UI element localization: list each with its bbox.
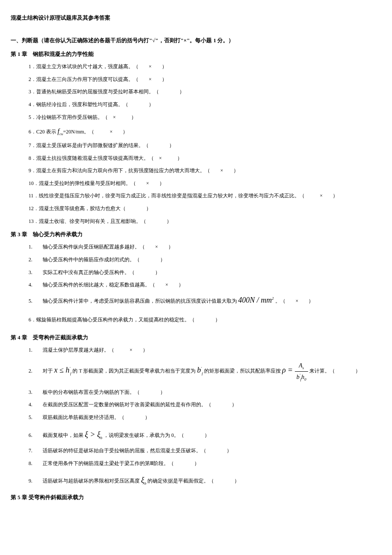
ch3-q2: 2. 轴心受压构件中的箍筋应作成封闭式的。（ ） xyxy=(11,255,381,265)
ch1-q6-post: =20N/mm。（ × ） xyxy=(63,129,128,135)
ch4-q5: 5. 双筋截面比单筋截面更经济适用。（ ） xyxy=(11,413,381,422)
ch1-q4: 4．钢筋经冷拉后，强度和塑性均可提高。（ ） xyxy=(11,100,381,110)
ch4-q2-post: 来计算。（ ） xyxy=(308,368,360,374)
ch1-q6-fcu: fcu xyxy=(58,127,63,135)
ch1-q13: 13．混凝土收缩、徐变与时间有关，且互相影响。（ ） xyxy=(11,217,381,226)
ch4-q2: 2. 对于 x ≤ h'f 的 T 形截面梁，因为其正截面受弯承载力相当于宽度为… xyxy=(11,360,381,383)
ch4-q6-post: ，说明梁发生破坏，承载力为 0。（ ） xyxy=(102,432,210,438)
chapter-5-title: 第 5 章 受弯构件斜截面承载力 xyxy=(11,492,381,502)
ch4-q9-xib: ξb xyxy=(141,476,146,484)
ch4-q9-post: 的确定依据是平截面假定。（ ） xyxy=(146,478,239,484)
ch1-q3: 3．普通热轧钢筋受压时的屈服强度与受拉时基本相同。（ ） xyxy=(11,87,381,97)
section-title: 一、判断题（请在你认为正确陈述的各题干后的括号内打"√"，否则打"×"。每小题 … xyxy=(11,35,381,45)
ch1-q9: 9．混凝土在剪应力和法向应力双向作用下，抗剪强度随拉应力的增大而增大。（ × ） xyxy=(11,166,381,176)
ch1-q1: 1．混凝土立方体试块的尺寸越大，强度越高。（ × ） xyxy=(11,62,381,72)
ch1-q6: 6．C20 表示 fcu=20N/mm。（ × ） xyxy=(11,125,381,138)
ch4-q3: 3. 板中的分布钢筋布置在受力钢筋的下面。（ ） xyxy=(11,388,381,397)
ch4-q2-mid2: 的矩形截面梁，所以其配筋率应按 xyxy=(203,368,282,374)
chapter-1-title: 第 1 章 钢筋和混凝土的力学性能 xyxy=(11,49,381,59)
ch4-q2-mid1: 的 T 形截面梁，因为其正截面受弯承载力相当于宽度为 xyxy=(71,368,197,374)
ch3-q1: 1. 轴心受压构件纵向受压钢筋配置越多越好。（ × ） xyxy=(11,243,381,252)
ch1-q7: 7．混凝土受压破坏是由于内部微裂缝扩展的结果。（ ） xyxy=(11,141,381,150)
ch3-q4: 4. 轴心受压构件的长细比越大，稳定系数值越高。（ × ） xyxy=(11,280,381,290)
ch4-q2-rho: ρ = xyxy=(282,366,295,374)
ch4-q2-ineq: x ≤ h'f xyxy=(54,366,71,374)
ch4-q4: 4. 在截面的受压区配置一定数量的钢筋对于改善梁截面的延性是有作用的。（ ） xyxy=(11,400,381,410)
ch1-q2: 2．混凝土在三向压力作用下的强度可以提高。（ × ） xyxy=(11,75,381,84)
ch3-q6: 6．螺旋箍筋柱既能提高轴心受压构件的承载力，又能提高柱的稳定性。（ ） xyxy=(11,315,381,325)
ch4-q2-fraction: Asb'fh0 xyxy=(295,360,308,383)
ch3-q5-pre: 5. 轴心受压构件计算中，考虑受压时纵筋容易压曲，所以钢筋的抗压强度设计值最大取… xyxy=(29,298,238,304)
document-title: 混凝土结构设计原理试题库及其参考答案 xyxy=(11,13,381,23)
ch1-q10: 10．混凝土受拉时的弹性模量与受压时相同。（ × ） xyxy=(11,179,381,188)
ch3-q5-post: 。（ × ） xyxy=(274,298,314,304)
ch1-q12: 12．混凝土强度等级愈高，胶结力也愈大（ ） xyxy=(11,204,381,214)
ch4-q2-bf: b'f xyxy=(197,366,202,374)
ch4-q2-pre: 2. 对于 xyxy=(29,368,54,374)
ch4-q9-pre: 9. 适筋破坏与超筋破坏的界限相对受压区高度 xyxy=(29,478,141,484)
ch3-q5-formula: 400N / mm2 xyxy=(238,296,274,304)
ch3-q3: 3. 实际工程中没有真正的轴心受压构件。（ ） xyxy=(11,268,381,278)
ch4-q8: 8. 正常使用条件下的钢筋混凝土梁处于梁工作的第Ⅲ阶段。（ ） xyxy=(11,459,381,468)
ch4-q6-xi: ξ > ξb xyxy=(85,430,102,439)
ch1-q6-pre: 6．C20 表示 xyxy=(29,129,58,135)
ch4-q6-pre: 6. 截面复核中，如果 xyxy=(29,432,85,438)
ch1-q8: 8．混凝土抗拉强度随着混凝土强度等级提高而增大。（ × ） xyxy=(11,154,381,163)
ch1-q11: 11．线性徐变是指压应力较小时，徐变与应力成正比，而非线性徐变是指混凝土应力较大… xyxy=(11,191,381,201)
ch4-q6: 6. 截面复核中，如果 ξ > ξb ，说明梁发生破坏，承载力为 0。（ ） xyxy=(11,428,381,441)
ch4-q7: 7. 适筋破坏的特征是破坏始自于受拉钢筋的屈服，然后混凝土受压破坏。（ ） xyxy=(11,446,381,456)
chapter-3-title: 第 3 章 轴心受力构件承载力 xyxy=(11,229,381,239)
ch4-q1: 1. 混凝土保护层厚度越大越好。（ × ） xyxy=(11,346,381,355)
chapter-4-title: 第 4 章 受弯构件正截面承载力 xyxy=(11,332,381,342)
ch4-q9: 9. 适筋破坏与超筋破坏的界限相对受压区高度 ξb 的确定依据是平截面假定。（ … xyxy=(11,473,381,487)
ch3-q5: 5. 轴心受压构件计算中，考虑受压时纵筋容易压曲，所以钢筋的抗压强度设计值最大取… xyxy=(11,293,381,307)
ch1-q5: 5．冷拉钢筋不宜用作受压钢筋。（ × ） xyxy=(11,113,381,122)
